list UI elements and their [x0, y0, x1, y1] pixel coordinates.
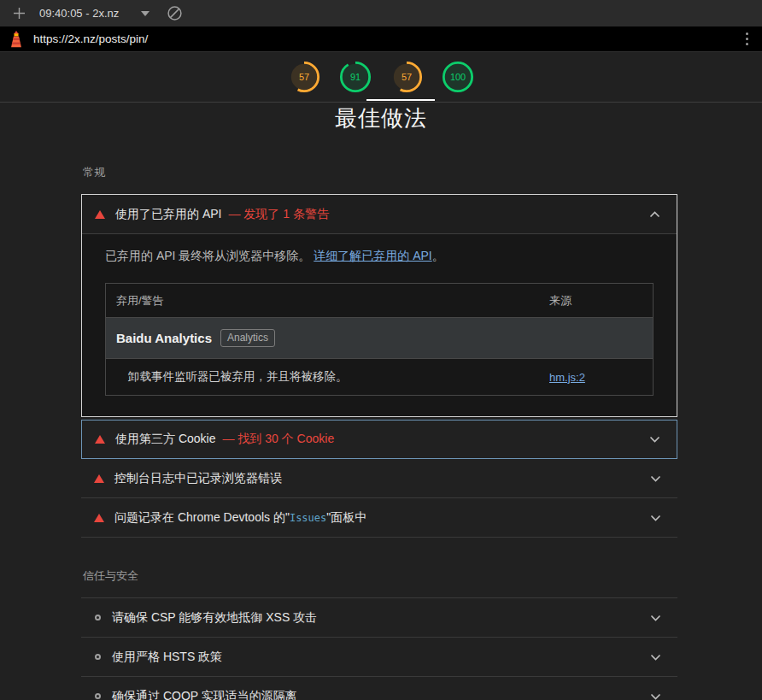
audit-console-errors[interactable]: 控制台日志中已记录浏览器错误	[81, 459, 677, 498]
informative-circle-icon	[95, 615, 101, 621]
tab-title[interactable]: 09:40:05 - 2x.nz	[39, 7, 119, 20]
warning-icon	[94, 514, 104, 522]
category-title-wrap: 最佳做法	[0, 103, 762, 142]
svg-text:57: 57	[299, 72, 309, 82]
svg-text:57: 57	[402, 72, 412, 82]
source-link[interactable]: hm.js:2	[549, 371, 585, 384]
col-deprecation: 弃用/警告	[106, 293, 549, 309]
warning-icon	[95, 435, 105, 444]
warning-icon	[94, 474, 104, 483]
page-title: 最佳做法	[0, 103, 762, 133]
url-text[interactable]: https://2x.nz/posts/pin/	[33, 32, 741, 45]
audit-csp-xss[interactable]: 请确保 CSP 能够有效地抵御 XSS 攻击	[81, 598, 677, 638]
address-bar[interactable]: https://2x.nz/posts/pin/	[0, 26, 762, 52]
informative-circle-icon	[95, 654, 101, 660]
svg-text:91: 91	[350, 72, 360, 82]
deprecation-table: 弃用/警告 来源 Baidu Analytics Analytics 卸载事件监…	[105, 283, 654, 396]
warning-icon	[95, 210, 105, 219]
audit-deprecated-api-body: 已弃用的 API 最终将从浏览器中移除。 详细了解已弃用的 API。 弃用/警告…	[82, 234, 677, 416]
chevron-down-icon	[650, 693, 661, 700]
audit-hsts[interactable]: 使用严格 HSTS 政策	[81, 638, 677, 677]
gauge-performance[interactable]: 57	[288, 61, 320, 93]
gauge-accessibility[interactable]: 91	[339, 61, 372, 93]
tab-dropdown-icon[interactable]	[141, 11, 149, 16]
chevron-down-icon	[650, 615, 661, 621]
audit-third-party-cookies[interactable]: 使用第三方 Cookie — 找到 30 个 Cookie	[81, 420, 677, 459]
col-source: 来源	[549, 293, 653, 309]
group-label-general: 常规	[83, 165, 677, 180]
informative-circle-icon	[95, 693, 101, 699]
trust-safety-group: 请确保 CSP 能够有效地抵御 XSS 攻击 使用严格 HSTS 政策 确保通过…	[81, 597, 677, 700]
audit-coop[interactable]: 确保通过 COOP 实现适当的源隔离	[81, 677, 677, 700]
entity-name: Baidu Analytics	[116, 331, 212, 345]
menu-kebab-icon[interactable]	[741, 29, 753, 49]
audit-title: 使用了已弃用的 API	[115, 207, 221, 222]
entity-category-chip: Analytics	[220, 329, 275, 346]
table-message-row: 卸载事件监听器已被弃用，并且将被移除。 hm.js:2	[106, 359, 653, 395]
audit-deprecated-api-card: 使用了已弃用的 API — 发现了 1 条警告 已弃用的 API 最终将从浏览器…	[81, 194, 677, 417]
audit-summary: — 发现了 1 条警告	[228, 207, 328, 222]
deprecation-message: 卸载事件监听器已被弃用，并且将被移除。	[106, 369, 549, 385]
gauge-seo[interactable]: 100	[442, 61, 474, 93]
table-header-row: 弃用/警告 来源	[106, 284, 653, 318]
new-tab-icon[interactable]	[9, 3, 29, 24]
gauge-best-practices[interactable]: 57	[390, 61, 423, 93]
title-overline	[366, 99, 435, 101]
chevron-down-icon	[649, 436, 660, 443]
chevron-down-icon	[650, 475, 661, 482]
audit-devtools-issues[interactable]: 问题记录在 Chrome Devtools 的"Issues"面板中	[81, 498, 677, 538]
chevron-down-icon	[650, 515, 661, 521]
audit-description: 已弃用的 API 最终将从浏览器中移除。 详细了解已弃用的 API。	[105, 247, 654, 265]
group-label-trust-safety: 信任与安全	[83, 568, 677, 584]
chevron-up-icon	[649, 211, 660, 218]
table-entity-row: Baidu Analytics Analytics	[106, 318, 653, 359]
lighthouse-favicon	[9, 31, 24, 48]
lighthouse-score-header: 57 91 57 100	[0, 52, 762, 103]
chevron-down-icon	[650, 654, 661, 661]
browser-tab-bar: 09:40:05 - 2x.nz	[0, 0, 762, 26]
audit-deprecated-api-header[interactable]: 使用了已弃用的 API — 发现了 1 条警告	[82, 195, 677, 234]
learn-more-link[interactable]: 详细了解已弃用的 API	[314, 249, 431, 262]
issues-code-text: Issues	[290, 512, 326, 524]
block-icon[interactable]	[167, 5, 183, 21]
svg-text:100: 100	[450, 72, 466, 82]
report-content: 常规 使用了已弃用的 API — 发现了 1 条警告 已弃用的 API 最终将从…	[0, 165, 762, 700]
